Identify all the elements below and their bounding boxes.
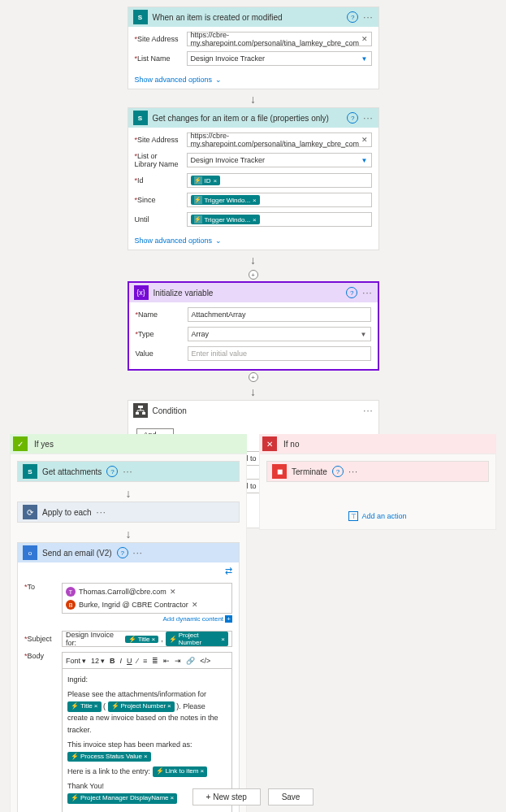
more-icon[interactable]: ···: [363, 406, 373, 415]
insert-step-button[interactable]: +: [249, 372, 258, 382]
more-icon[interactable]: ···: [123, 467, 132, 476]
send-email-title: Send an email (V2): [42, 549, 112, 558]
get-changes-header[interactable]: S Get changes for an item or a file (pro…: [128, 108, 378, 128]
insert-step-button[interactable]: +: [249, 270, 258, 280]
loop-icon: ⟳: [23, 505, 37, 519]
more-icon[interactable]: ···: [363, 113, 373, 123]
var-name-input[interactable]: AttachmentArray: [188, 307, 371, 322]
id-input[interactable]: ⚡ID×: [187, 173, 372, 188]
chevron-down-icon[interactable]: ▼: [361, 331, 367, 338]
code-view-button[interactable]: </>: [200, 657, 210, 665]
arrow-down-icon: ↓: [128, 252, 379, 268]
arrow-down-icon: ↓: [128, 384, 379, 400]
avatar: B: [66, 600, 76, 610]
until-token[interactable]: ⚡Trigger Windo...×: [191, 215, 260, 224]
svg-rect-2: [142, 412, 145, 415]
save-button[interactable]: Save: [268, 788, 314, 805]
more-icon[interactable]: ···: [348, 467, 358, 476]
var-type-select[interactable]: Array▼: [188, 327, 371, 341]
clear-icon[interactable]: ✕: [361, 35, 368, 43]
var-value-label: Value: [136, 350, 183, 358]
list-name-select[interactable]: Design Invoice Tracker▼: [187, 51, 372, 66]
terminate-card: ◼ Terminate ? ···: [266, 461, 489, 482]
italic-button[interactable]: I: [120, 657, 123, 665]
project-number-token[interactable]: ⚡Project Number×: [166, 632, 228, 646]
var-value-input[interactable]: Enter initial value: [188, 346, 371, 361]
bold-button[interactable]: B: [110, 657, 115, 665]
title-token[interactable]: ⚡Title×: [67, 701, 102, 712]
recipient-chip[interactable]: TThomas.Carroll@cbre.com✕: [66, 587, 176, 597]
clear-icon[interactable]: ✕: [361, 136, 368, 144]
condition-header[interactable]: Condition ···: [128, 401, 378, 420]
help-icon[interactable]: ?: [347, 11, 358, 23]
apply-each-header[interactable]: ⟳ Apply to each ···: [18, 502, 239, 522]
site-address-input[interactable]: https://cbre-my.sharepoint.com/personal/…: [187, 132, 372, 147]
outlook-icon: o: [23, 545, 37, 560]
list-library-label: *List or Library Name: [135, 152, 182, 168]
if-no-label: If no: [283, 440, 299, 449]
since-token[interactable]: ⚡Trigger Windo...×: [191, 195, 260, 205]
chevron-down-icon: ⌄: [215, 237, 222, 245]
new-step-button[interactable]: + New step: [192, 788, 261, 805]
until-input[interactable]: ⚡Trigger Windo...×: [187, 212, 372, 227]
link-button[interactable]: 🔗: [186, 657, 195, 665]
until-label: Until: [135, 215, 182, 224]
more-icon[interactable]: ···: [133, 548, 143, 558]
help-icon[interactable]: ?: [332, 466, 344, 477]
help-icon[interactable]: ?: [106, 466, 118, 477]
avatar: T: [66, 587, 76, 597]
add-action-button[interactable]: ⊤Add an action: [266, 505, 489, 523]
get-attachments-header[interactable]: S Get attachments ? ···: [18, 462, 239, 481]
show-advanced-link[interactable]: Show advanced options⌄: [128, 235, 378, 250]
more-icon[interactable]: ···: [363, 12, 373, 22]
if-no-container: ◼ Terminate ? ··· ⊤Add an action: [259, 454, 496, 530]
bullet-list-button[interactable]: ≡: [143, 657, 147, 665]
list-library-select[interactable]: Design Invoice Tracker▼: [187, 153, 372, 167]
indent-button[interactable]: ⇤: [163, 657, 170, 665]
condition-icon: [133, 403, 148, 418]
underline-button[interactable]: U: [127, 657, 132, 665]
font-select[interactable]: Font ▾: [66, 657, 86, 665]
send-email-card: o Send an email (V2) ? ··· ⇄ *To: [17, 542, 240, 812]
rich-text-toolbar: Font ▾ 12 ▾ B I U ∕ ≡ ≣ ⇤ ⇥: [62, 652, 232, 668]
font-size-select[interactable]: 12 ▾: [91, 657, 105, 665]
arrow-down-icon: ↓: [128, 91, 379, 107]
init-variable-header[interactable]: {x} Initialize variable ? ···: [129, 283, 378, 302]
terminate-title: Terminate: [292, 467, 327, 476]
to-input[interactable]: TThomas.Carroll@cbre.com✕ BBurke, Ingrid…: [62, 583, 232, 614]
check-icon: ✓: [13, 436, 28, 451]
body-label: *Body: [24, 652, 57, 660]
since-label: *Since: [135, 196, 182, 204]
number-list-button[interactable]: ≣: [152, 657, 158, 665]
outdent-button[interactable]: ⇥: [175, 657, 181, 665]
terminate-header[interactable]: ◼ Terminate ? ···: [267, 462, 488, 481]
swap-icon[interactable]: ⇄: [225, 566, 232, 576]
help-icon[interactable]: ?: [117, 547, 128, 558]
recipient-chip[interactable]: BBurke, Ingrid @ CBRE Contractor✕: [66, 600, 198, 610]
to-label: *To: [24, 583, 57, 591]
get-changes-title: Get changes for an item or a file (prope…: [153, 114, 343, 123]
since-input[interactable]: ⚡Trigger Windo...×: [187, 193, 372, 207]
subject-label: *Subject: [24, 635, 57, 643]
link-to-item-token[interactable]: ⚡Link to item×: [153, 766, 208, 777]
title-token[interactable]: ⚡Title×: [125, 636, 159, 643]
chevron-down-icon[interactable]: ▼: [361, 55, 368, 63]
init-variable-card: {x} Initialize variable ? ··· *Name Atta…: [128, 281, 379, 371]
help-icon[interactable]: ?: [347, 112, 358, 124]
chevron-down-icon[interactable]: ▼: [361, 157, 368, 164]
more-icon[interactable]: ···: [362, 288, 372, 297]
show-advanced-link[interactable]: Show advanced options⌄: [128, 74, 378, 89]
strike-button[interactable]: ∕: [137, 657, 139, 665]
more-icon[interactable]: ···: [97, 507, 106, 517]
id-token[interactable]: ⚡ID×: [191, 176, 221, 185]
site-address-input[interactable]: https://cbre-my.sharepoint.com/personal/…: [187, 32, 372, 46]
help-icon[interactable]: ?: [346, 287, 357, 298]
send-email-header[interactable]: o Send an email (V2) ? ···: [18, 543, 239, 562]
trigger-header[interactable]: S When an item is created or modified ? …: [128, 7, 378, 27]
trigger-title: When an item is created or modified: [153, 13, 343, 22]
process-status-token[interactable]: ⚡Process Status Value×: [67, 752, 151, 762]
subject-input[interactable]: Design Invoice for: ⚡Title× , ⚡Project N…: [62, 631, 232, 647]
project-number-token[interactable]: ⚡Project Number×: [108, 701, 175, 712]
add-dynamic-content-link[interactable]: Add dynamic content +: [62, 614, 232, 626]
arrow-down-icon: ↓: [17, 526, 240, 542]
